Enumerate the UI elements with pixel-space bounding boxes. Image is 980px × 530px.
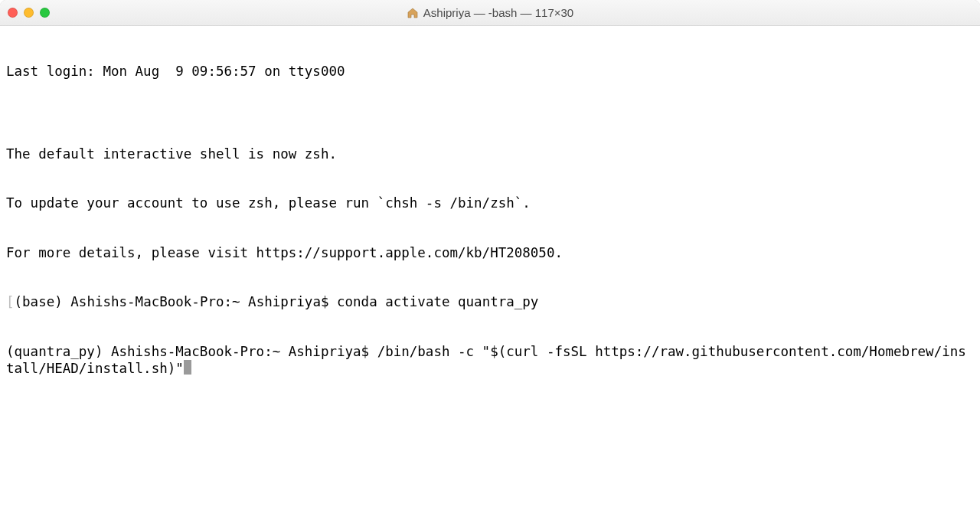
terminal-prompt-line: [(base) Ashishs-MacBook-Pro:~ Ashipriya$…	[6, 294, 974, 311]
prompt-host: Ashishs-MacBook-Pro:~ Ashipriya$	[111, 344, 377, 359]
text-cursor	[184, 360, 191, 375]
maximize-button[interactable]	[40, 8, 50, 18]
home-folder-icon	[407, 7, 419, 19]
window-title-text: Ashipriya — -bash — 117×30	[423, 6, 573, 19]
window-controls	[8, 8, 50, 18]
terminal-prompt-line: (quantra_py) Ashishs-MacBook-Pro:~ Aship…	[6, 344, 974, 378]
minimize-button[interactable]	[24, 8, 34, 18]
titlebar[interactable]: Ashipriya — -bash — 117×30	[0, 0, 980, 26]
prompt-host: Ashishs-MacBook-Pro:~ Ashipriya$	[70, 294, 337, 309]
prompt-bracket-open: [	[6, 294, 15, 309]
env-prefix: (quantra_py)	[6, 344, 111, 359]
terminal-window: Ashipriya — -bash — 117×30 Last login: M…	[0, 0, 980, 530]
terminal-output-line: To update your account to use zsh, pleas…	[6, 195, 974, 212]
terminal-output-line: The default interactive shell is now zsh…	[6, 146, 974, 163]
prompt-command: conda activate quantra_py	[337, 294, 538, 309]
terminal-output-line: For more details, please visit https://s…	[6, 245, 974, 262]
terminal-output-line: Last login: Mon Aug 9 09:56:57 on ttys00…	[6, 64, 974, 80]
close-button[interactable]	[8, 8, 18, 18]
env-prefix: (base)	[15, 294, 71, 309]
window-title: Ashipriya — -bash — 117×30	[0, 6, 980, 19]
terminal-area[interactable]: Last login: Mon Aug 9 09:56:57 on ttys00…	[0, 26, 980, 530]
